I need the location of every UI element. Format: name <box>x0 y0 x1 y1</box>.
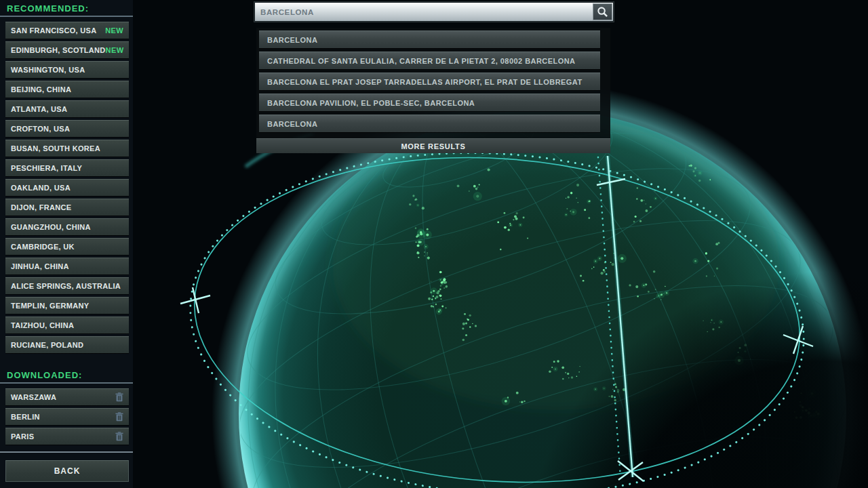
city-label: TAIZHOU, CHINA <box>11 321 74 329</box>
search-result-item[interactable]: CATHEDRAL OF SANTA EULALIA, CARRER DE LA… <box>259 52 600 69</box>
city-label: EDINBURGH, SCOTLAND <box>11 46 106 54</box>
recommended-city-item[interactable]: BUSAN, SOUTH KOREA <box>5 140 129 157</box>
downloaded-header: DOWNLOADED: <box>0 367 133 382</box>
result-label: BARCELONA <box>267 120 317 128</box>
city-sidebar: RECOMMENDED: SAN FRANCISCO, USA NEW EDIN… <box>0 0 133 488</box>
search-area: BARCELONA CATHEDRAL OF SANTA EULALIA, CA… <box>254 2 614 22</box>
map-selection-screen: RECOMMENDED: SAN FRANCISCO, USA NEW EDIN… <box>0 0 868 488</box>
back-section: BACK <box>0 451 133 482</box>
recommended-city-item[interactable]: WASHINGTON, USA <box>5 61 129 78</box>
more-results-button[interactable]: MORE RESULTS <box>256 138 610 153</box>
city-label: BUSAN, SOUTH KOREA <box>11 144 100 152</box>
recommended-city-item[interactable]: ATLANTA, USA <box>5 100 129 117</box>
downloaded-city-item[interactable]: WARSZAWA <box>5 388 129 405</box>
city-label: CROFTON, USA <box>11 125 70 133</box>
recommended-city-item[interactable]: RUCIANE, POLAND <box>5 336 129 353</box>
city-label: DIJON, FRANCE <box>11 203 71 211</box>
city-label: JINHUA, CHINA <box>11 262 69 270</box>
recommended-city-item[interactable]: SAN FRANCISCO, USA NEW <box>5 22 129 39</box>
city-label: CAMBRIDGE, UK <box>11 243 75 251</box>
recommended-city-item[interactable]: OAKLAND, USA <box>5 179 129 196</box>
city-label: BEIJING, CHINA <box>11 85 71 94</box>
new-badge: NEW <box>105 26 123 35</box>
search-result-item[interactable]: BARCELONA EL PRAT JOSEP TARRADELLAS AIRP… <box>259 73 600 90</box>
recommended-city-item[interactable]: CROFTON, USA <box>5 120 129 137</box>
recommended-city-item[interactable]: PESCHIERA, ITALY <box>5 159 129 176</box>
trash-icon[interactable] <box>115 432 123 441</box>
recommended-city-item[interactable]: TAIZHOU, CHINA <box>5 317 129 333</box>
result-label: BARCELONA <box>267 36 317 44</box>
search-input[interactable] <box>255 3 593 21</box>
recommended-list: SAN FRANCISCO, USA NEW EDINBURGH, SCOTLA… <box>0 17 133 353</box>
result-label: BARCELONA PAVILION, EL POBLE-SEC, BARCEL… <box>267 99 475 107</box>
downloaded-section: DOWNLOADED: WARSZAWA <box>0 367 133 447</box>
trash-icon[interactable] <box>115 412 123 422</box>
search-button[interactable] <box>593 3 612 20</box>
city-label: BERLIN <box>11 413 40 421</box>
trash-icon[interactable] <box>115 392 123 402</box>
city-label: GUANGZHOU, CHINA <box>11 223 91 231</box>
search-results-dropdown: BARCELONA CATHEDRAL OF SANTA EULALIA, CA… <box>256 28 610 153</box>
result-label: CATHEDRAL OF SANTA EULALIA, CARRER DE LA… <box>267 57 575 65</box>
city-label: OAKLAND, USA <box>11 184 71 192</box>
city-label: RUCIANE, POLAND <box>11 341 83 349</box>
search-result-item[interactable]: BARCELONA <box>259 115 600 132</box>
search-result-item[interactable]: BARCELONA PAVILION, EL POBLE-SEC, BARCEL… <box>259 94 600 111</box>
recommended-city-item[interactable]: BEIJING, CHINA <box>5 81 129 98</box>
city-label: PESCHIERA, ITALY <box>11 164 82 172</box>
search-bar <box>254 2 614 22</box>
city-label: ALICE SPRINGS, AUSTRALIA <box>11 282 121 290</box>
city-label: WARSZAWA <box>11 393 56 401</box>
downloaded-city-item[interactable]: PARIS <box>5 428 129 445</box>
magnifier-icon <box>597 6 608 18</box>
recommended-city-item[interactable]: DIJON, FRANCE <box>5 199 129 216</box>
search-results-list: BARCELONA CATHEDRAL OF SANTA EULALIA, CA… <box>256 30 610 132</box>
city-label: TEMPLIN, GERMANY <box>11 302 89 310</box>
recommended-city-item[interactable]: CAMBRIDGE, UK <box>5 238 129 255</box>
new-badge: NEW <box>106 46 124 54</box>
recommended-city-item[interactable]: EDINBURGH, SCOTLAND NEW <box>5 41 129 58</box>
downloaded-city-item[interactable]: BERLIN <box>5 408 129 425</box>
recommended-city-item[interactable]: JINHUA, CHINA <box>5 258 129 274</box>
downloaded-list: WARSZAWA BERLIN <box>0 384 133 445</box>
recommended-city-item[interactable]: GUANGZHOU, CHINA <box>5 218 129 235</box>
recommended-city-item[interactable]: ALICE SPRINGS, AUSTRALIA <box>5 277 129 294</box>
result-label: BARCELONA EL PRAT JOSEP TARRADELLAS AIRP… <box>267 78 583 86</box>
city-label: ATLANTA, USA <box>11 105 67 113</box>
city-label: SAN FRANCISCO, USA <box>11 26 96 35</box>
recommended-city-item[interactable]: TEMPLIN, GERMANY <box>5 297 129 314</box>
divider <box>0 451 133 453</box>
city-label: WASHINGTON, USA <box>11 66 85 74</box>
recommended-header: RECOMMENDED: <box>0 0 133 16</box>
search-result-item[interactable]: BARCELONA <box>259 30 600 48</box>
back-button[interactable]: BACK <box>5 460 129 482</box>
city-label: PARIS <box>11 432 34 441</box>
